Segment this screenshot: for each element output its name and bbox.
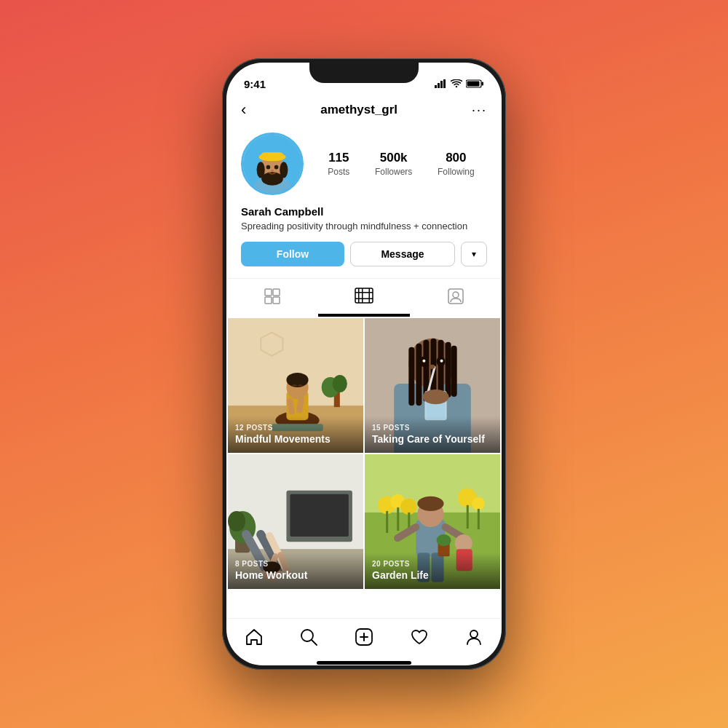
following-stat[interactable]: 800 Following bbox=[438, 151, 475, 177]
followers-stat[interactable]: 500k Followers bbox=[375, 151, 412, 177]
grid-item-taking-care[interactable]: 15 POSTS Taking Care of Yourself bbox=[365, 318, 500, 453]
svg-rect-86 bbox=[397, 507, 399, 531]
username-title: amethyst_grl bbox=[320, 103, 397, 117]
back-button[interactable]: ‹ bbox=[241, 100, 246, 119]
battery-icon bbox=[466, 79, 484, 90]
svg-point-106 bbox=[470, 630, 478, 638]
tab-tagged[interactable] bbox=[410, 279, 502, 317]
grid-overlay-4: 20 POSTS Garden Life bbox=[365, 553, 500, 589]
home-bar bbox=[317, 661, 411, 665]
svg-rect-52 bbox=[438, 340, 444, 398]
nav-likes[interactable] bbox=[392, 628, 447, 646]
grid-item-mindful-movements[interactable]: 12 POSTS Mindful Movements bbox=[228, 318, 363, 453]
status-time: 9:41 bbox=[244, 78, 266, 90]
notch bbox=[309, 63, 419, 83]
grid-overlay-1: 12 POSTS Mindful Movements bbox=[228, 416, 363, 453]
svg-rect-23 bbox=[355, 288, 373, 303]
svg-rect-2 bbox=[440, 81, 443, 88]
followers-label: Followers bbox=[375, 167, 412, 177]
svg-point-36 bbox=[333, 375, 347, 392]
profile-top: 115 Posts 500k Followers 800 Following bbox=[241, 132, 487, 195]
svg-point-30 bbox=[453, 292, 459, 298]
svg-rect-28 bbox=[355, 298, 373, 300]
grid-posts-count-1: 12 POSTS bbox=[235, 424, 356, 432]
svg-point-70 bbox=[228, 511, 245, 531]
grid-title-1: Mindful Movements bbox=[235, 433, 356, 446]
tab-grid[interactable] bbox=[226, 279, 318, 317]
grid-overlay-3: 8 POSTS Home Workout bbox=[228, 553, 363, 589]
nav-profile[interactable] bbox=[446, 628, 502, 646]
bottom-nav bbox=[226, 618, 502, 661]
header: ‹ amethyst_grl ··· bbox=[226, 95, 502, 125]
svg-point-96 bbox=[417, 496, 443, 511]
profile-name: Sarah Campbell bbox=[241, 205, 487, 218]
svg-rect-1 bbox=[438, 83, 440, 88]
tabs bbox=[226, 278, 502, 317]
chevron-down-icon: ▾ bbox=[472, 249, 476, 259]
bio-section: Sarah Campbell Spreading positivity thro… bbox=[241, 205, 487, 233]
svg-rect-49 bbox=[416, 344, 422, 405]
svg-point-17 bbox=[274, 165, 279, 170]
grid-icon bbox=[264, 288, 281, 308]
svg-rect-3 bbox=[443, 79, 446, 88]
nav-add[interactable] bbox=[336, 628, 392, 646]
nav-search[interactable] bbox=[282, 628, 337, 646]
posts-count: 115 bbox=[328, 151, 349, 165]
svg-line-102 bbox=[312, 640, 317, 645]
status-icons bbox=[435, 79, 484, 90]
action-buttons: Follow Message ▾ bbox=[241, 242, 487, 266]
svg-rect-85 bbox=[386, 511, 388, 533]
followers-count: 500k bbox=[380, 151, 408, 165]
dropdown-button[interactable]: ▾ bbox=[461, 242, 487, 266]
grid-title-4: Garden Life bbox=[372, 569, 493, 582]
svg-rect-21 bbox=[265, 297, 272, 304]
content-grid: 12 POSTS Mindful Movements bbox=[226, 317, 502, 618]
profile-section: 115 Posts 500k Followers 800 Following S… bbox=[226, 125, 502, 278]
grid-item-garden[interactable]: 20 POSTS Garden Life bbox=[365, 454, 500, 589]
more-options-button[interactable]: ··· bbox=[472, 103, 487, 118]
svg-point-82 bbox=[400, 499, 416, 515]
svg-point-84 bbox=[472, 497, 485, 510]
following-label: Following bbox=[438, 167, 475, 177]
svg-point-42 bbox=[286, 373, 308, 387]
svg-rect-0 bbox=[435, 85, 437, 88]
svg-rect-54 bbox=[451, 346, 457, 397]
svg-point-62 bbox=[422, 389, 448, 404]
follow-button[interactable]: Follow bbox=[241, 242, 344, 266]
grid-title-3: Home Workout bbox=[235, 569, 356, 582]
grid-item-home-workout[interactable]: 8 POSTS Home Workout bbox=[228, 454, 363, 589]
svg-rect-89 bbox=[478, 509, 480, 529]
home-indicator bbox=[226, 661, 502, 665]
svg-rect-26 bbox=[369, 288, 371, 303]
signal-icon bbox=[435, 79, 447, 90]
avatar-image bbox=[243, 135, 301, 193]
avatar[interactable] bbox=[241, 132, 304, 195]
grid-overlay-2: 15 POSTS Taking Care of Yourself bbox=[365, 416, 500, 453]
message-button[interactable]: Message bbox=[350, 242, 455, 266]
svg-rect-24 bbox=[358, 288, 360, 303]
posts-stat[interactable]: 115 Posts bbox=[328, 151, 349, 177]
svg-point-18 bbox=[271, 170, 274, 172]
svg-rect-27 bbox=[355, 292, 373, 293]
svg-rect-20 bbox=[273, 289, 280, 296]
svg-point-16 bbox=[266, 165, 271, 170]
svg-rect-12 bbox=[261, 152, 284, 160]
profile-bio: Spreading positivity through mindfulness… bbox=[241, 220, 487, 233]
grid-title-2: Taking Care of Yourself bbox=[372, 433, 493, 446]
svg-rect-6 bbox=[467, 82, 480, 87]
reels-icon bbox=[355, 288, 373, 306]
svg-point-100 bbox=[437, 534, 451, 546]
tab-reels[interactable] bbox=[318, 279, 410, 317]
grid-posts-count-3: 8 POSTS bbox=[235, 560, 356, 568]
grid-row-2: 8 POSTS Home Workout bbox=[228, 454, 500, 589]
following-count: 800 bbox=[446, 151, 466, 165]
grid-posts-count-2: 15 POSTS bbox=[372, 424, 493, 432]
wifi-icon bbox=[451, 79, 462, 90]
nav-home[interactable] bbox=[226, 628, 282, 646]
tagged-icon bbox=[447, 288, 464, 308]
svg-rect-22 bbox=[273, 297, 280, 304]
svg-rect-53 bbox=[446, 342, 451, 397]
svg-rect-48 bbox=[408, 347, 414, 405]
grid-row-1: 12 POSTS Mindful Movements bbox=[228, 318, 500, 453]
svg-rect-88 bbox=[467, 505, 469, 529]
